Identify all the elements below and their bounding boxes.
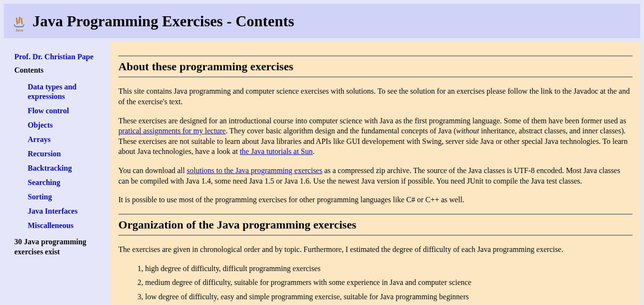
- sidebar-item: Java Interfaces: [28, 207, 107, 216]
- about-p2: These exercises are designed for an intr…: [118, 116, 633, 157]
- sidebar-link-arrays[interactable]: Arrays: [28, 135, 51, 143]
- list-item: 2, medium degree of difficulty, suitable…: [137, 277, 633, 288]
- sidebar-link-flowcontrol[interactable]: Flow control: [28, 107, 69, 115]
- logo-text: Java: [15, 28, 23, 33]
- sidebar-item: Backtracking: [28, 163, 107, 173]
- sidebar-item: Data types and expressions: [28, 82, 107, 101]
- java-logo-icon: Java: [11, 10, 27, 33]
- list-item: 1, high degree of difficulty, difficult …: [137, 263, 633, 274]
- sidebar-nav-list: Data types and expressions Flow control …: [14, 82, 107, 230]
- sidebar-item: Searching: [28, 178, 107, 187]
- sidebar-link-objects[interactable]: Objects: [28, 121, 53, 129]
- sidebar: Prof. Dr. Christian Pape Contents Data t…: [4, 42, 111, 305]
- section-heading-about: About these programming exercises: [118, 55, 633, 77]
- link-lecture-assignments[interactable]: pratical assignments for my lecture: [118, 127, 226, 135]
- page-header: Java Java Programming Exercises - Conten…: [4, 4, 640, 38]
- about-p1: This site contains Java programming and …: [118, 86, 633, 107]
- exercise-count: 30 Java programming exercises exist: [14, 237, 107, 257]
- sidebar-item: Arrays: [28, 135, 107, 144]
- author-link[interactable]: Prof. Dr. Christian Pape: [14, 53, 107, 61]
- sidebar-item: Recursion: [28, 149, 107, 159]
- main-content: About these programming exercises This s…: [111, 42, 640, 305]
- sidebar-link-sorting[interactable]: Sorting: [28, 193, 52, 201]
- link-solutions-download[interactable]: solutions to the Java programming exerci…: [187, 166, 322, 174]
- page-title: Java Programming Exercises - Contents: [32, 12, 294, 30]
- about-p3: You can download all solutions to the Ja…: [118, 165, 633, 186]
- sidebar-item: Miscalleneous: [28, 221, 107, 230]
- sidebar-link-datatypes[interactable]: Data types and expressions: [28, 83, 76, 100]
- difficulty-list: 1, high degree of difficulty, difficult …: [118, 263, 633, 302]
- sidebar-item: Objects: [28, 120, 107, 130]
- sidebar-item: Sorting: [28, 192, 107, 202]
- org-p1: The exercises are given in chronological…: [118, 244, 633, 255]
- list-item: 3, low degree of difficulty, easy and si…: [137, 292, 633, 302]
- section-heading-organization: Organization of the Java programming exe…: [118, 214, 633, 236]
- sidebar-current: Contents: [14, 66, 107, 75]
- sidebar-item: Flow control: [28, 106, 107, 116]
- sidebar-link-backtracking[interactable]: Backtracking: [28, 164, 72, 172]
- about-p4: It is possible to use most of the progra…: [118, 195, 633, 205]
- sidebar-link-recursion[interactable]: Recursion: [28, 150, 61, 158]
- sidebar-link-interfaces[interactable]: Java Interfaces: [28, 207, 77, 215]
- link-sun-tutorials[interactable]: the Java tutorials at Sun: [240, 147, 313, 155]
- sidebar-link-searching[interactable]: Searching: [28, 178, 60, 186]
- sidebar-link-misc[interactable]: Miscalleneous: [28, 221, 74, 229]
